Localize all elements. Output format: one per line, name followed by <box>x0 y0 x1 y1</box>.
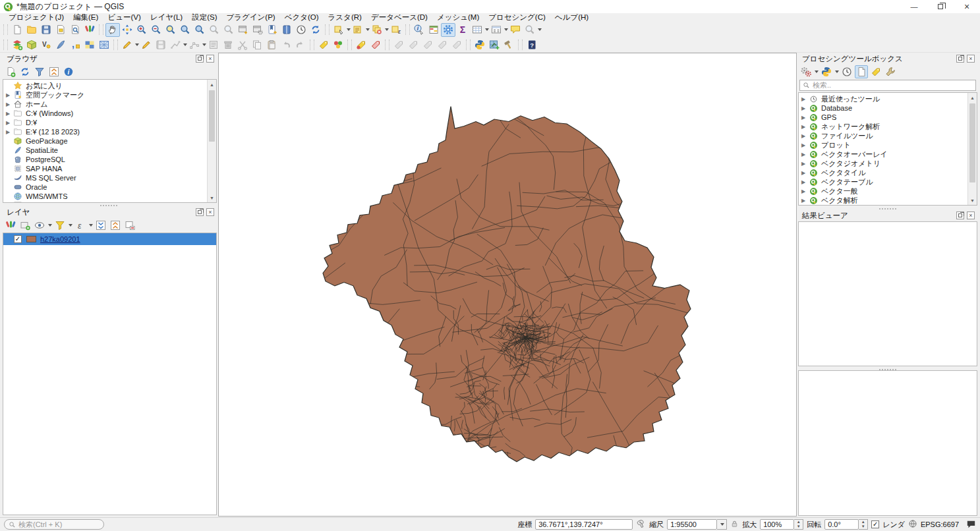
crs-status[interactable]: EPSG:6697 <box>921 520 959 528</box>
add-group-button[interactable] <box>18 219 32 232</box>
toolbox-item-6[interactable]: ▶ベクタオーバーレイ <box>799 150 967 159</box>
browser-item-9[interactable]: SAP HANA <box>3 164 207 173</box>
expander-icon[interactable]: ▶ <box>3 101 13 107</box>
expander-icon[interactable]: ▶ <box>799 124 808 130</box>
models-button[interactable] <box>799 65 813 78</box>
toolbox-item-8[interactable]: ▶ベクタタイル <box>799 168 967 177</box>
coordinate-input[interactable]: 36.7671°,139.7247° <box>535 519 633 530</box>
layer-styling-button[interactable] <box>4 219 17 232</box>
field-calculator-button[interactable] <box>489 23 504 37</box>
add-raster-layer-button[interactable] <box>82 38 97 52</box>
menu-item-5[interactable]: プラグイン(P) <box>221 13 279 22</box>
menu-item-2[interactable]: ビュー(V) <box>103 13 145 22</box>
expander-icon[interactable]: ▶ <box>799 188 808 194</box>
toolbox-item-10[interactable]: ▶ベクタ一般 <box>799 186 967 196</box>
layer-visibility-checkbox[interactable]: ✓ <box>14 235 22 243</box>
browser-float-button[interactable] <box>196 55 204 63</box>
browser-refresh-button[interactable] <box>18 65 32 78</box>
menu-item-11[interactable]: ヘルプ(H) <box>550 13 593 22</box>
toolbar-grip[interactable] <box>113 40 118 50</box>
manage-map-themes-dropdown-arrow[interactable] <box>48 224 52 227</box>
toolbar-grip[interactable] <box>347 40 352 50</box>
scale-dropdown-button[interactable] <box>717 519 727 530</box>
menu-item-7[interactable]: ラスタ(R) <box>324 13 366 22</box>
messages-icon[interactable] <box>966 520 976 530</box>
expander-icon[interactable]: ▶ <box>3 92 13 98</box>
close-button[interactable]: × <box>954 0 980 13</box>
menu-item-10[interactable]: プロセシング(C) <box>484 13 550 22</box>
zoom-out-button[interactable] <box>149 23 163 37</box>
expander-icon[interactable]: ▶ <box>799 179 808 185</box>
new-print-layout-button[interactable] <box>53 23 68 37</box>
deselect-all-button[interactable] <box>370 23 384 37</box>
statistical-summary-button[interactable]: Σ <box>455 23 470 37</box>
toggle-editing-button[interactable] <box>139 38 154 52</box>
help-contents-button[interactable]: ? <box>525 38 539 52</box>
annotation-toolbar-button[interactable] <box>508 23 523 37</box>
open-project-button[interactable] <box>24 23 39 37</box>
toolbar-grip[interactable] <box>518 40 523 50</box>
browser-item-12[interactable]: WMS/WMTS <box>3 192 207 201</box>
browser-item-3[interactable]: ▶C:¥ (Windows) <box>3 109 207 118</box>
menu-item-3[interactable]: レイヤ(L) <box>146 13 187 22</box>
layer-item-row[interactable]: ✓ h27ka09201 <box>3 233 216 245</box>
rotation-input[interactable]: 0.0° <box>824 519 859 530</box>
temporal-controller-button[interactable] <box>294 23 308 37</box>
current-edits-button[interactable] <box>120 38 134 52</box>
browser-scrollbar[interactable]: ▲ ▼ <box>207 80 216 202</box>
extent-icon[interactable] <box>636 519 646 530</box>
plugin-tool-button[interactable] <box>502 38 516 52</box>
history-button[interactable] <box>840 65 853 78</box>
expander-icon[interactable]: ▶ <box>799 105 808 111</box>
select-by-expression-button[interactable]: ε <box>389 23 403 37</box>
datasource-manager-button[interactable] <box>10 38 24 52</box>
processing-toolbox-toggle-button[interactable] <box>441 23 455 37</box>
toolbox-close-button[interactable]: × <box>967 55 975 63</box>
results-close-button[interactable]: × <box>967 211 975 219</box>
expander-icon[interactable]: ▶ <box>799 142 808 148</box>
add-vector-layer-button[interactable]: V <box>39 38 53 52</box>
style-manager-button[interactable] <box>82 23 97 37</box>
toolbar-grip[interactable] <box>3 24 8 35</box>
scripts-dropdown-arrow[interactable] <box>835 70 839 73</box>
zoom-in-button[interactable] <box>134 23 149 37</box>
browser-item-0[interactable]: お気に入り <box>3 81 207 90</box>
layer-labeling-button[interactable] <box>316 38 331 52</box>
add-delimited-text-layer-button[interactable]: , <box>68 38 82 52</box>
new-map-view-button[interactable] <box>236 23 250 37</box>
toolbox-item-11[interactable]: ▶ベクタ解析 <box>799 196 967 205</box>
pan-map-button[interactable] <box>105 23 120 37</box>
scripts-button[interactable] <box>820 65 833 78</box>
zoom-full-button[interactable] <box>163 23 178 37</box>
browser-item-8[interactable]: PostgreSQL <box>3 155 207 164</box>
toolbox-item-2[interactable]: ▶GPS <box>799 113 967 122</box>
refresh-map-button[interactable] <box>308 23 323 37</box>
crs-globe-icon[interactable] <box>908 519 917 530</box>
new-3d-map-view-button[interactable] <box>250 23 265 37</box>
expander-icon[interactable]: ▶ <box>3 111 13 117</box>
browser-item-1[interactable]: ▶空間ブックマーク <box>3 90 207 99</box>
expander-icon[interactable]: ▶ <box>3 120 13 126</box>
toolbox-item-9[interactable]: ▶ベクタテーブル <box>799 177 967 186</box>
render-checkbox[interactable]: ✓ <box>871 520 879 528</box>
browser-close-button[interactable]: × <box>206 55 214 63</box>
remove-layer-button[interactable] <box>123 219 136 232</box>
layers-float-button[interactable] <box>196 208 204 216</box>
toolbar-grip[interactable] <box>385 40 389 50</box>
menu-item-4[interactable]: 設定(S) <box>187 13 221 22</box>
browser-add-layer-button[interactable] <box>4 65 17 78</box>
edit-features-in-place-button[interactable] <box>869 65 882 78</box>
toolbar-grip[interactable] <box>405 24 410 35</box>
rotation-spin-buttons[interactable]: ▲▼ <box>859 519 868 530</box>
select-by-form-button[interactable] <box>351 23 365 37</box>
results-viewer-toggle-button[interactable] <box>855 65 868 78</box>
browser-item-7[interactable]: SpatiaLite <box>3 146 207 155</box>
menu-item-9[interactable]: メッシュ(M) <box>432 13 484 22</box>
manage-map-themes-button[interactable] <box>33 219 46 232</box>
toolbox-item-3[interactable]: ▶ネットワーク解析 <box>799 122 967 131</box>
add-spatialite-layer-button[interactable] <box>53 38 68 52</box>
filter-by-expression-dropdown-arrow[interactable] <box>89 224 93 227</box>
zoom-to-selection-button[interactable] <box>178 23 192 37</box>
browser-collapse-all-button[interactable] <box>47 65 61 78</box>
map-canvas[interactable] <box>218 53 797 517</box>
